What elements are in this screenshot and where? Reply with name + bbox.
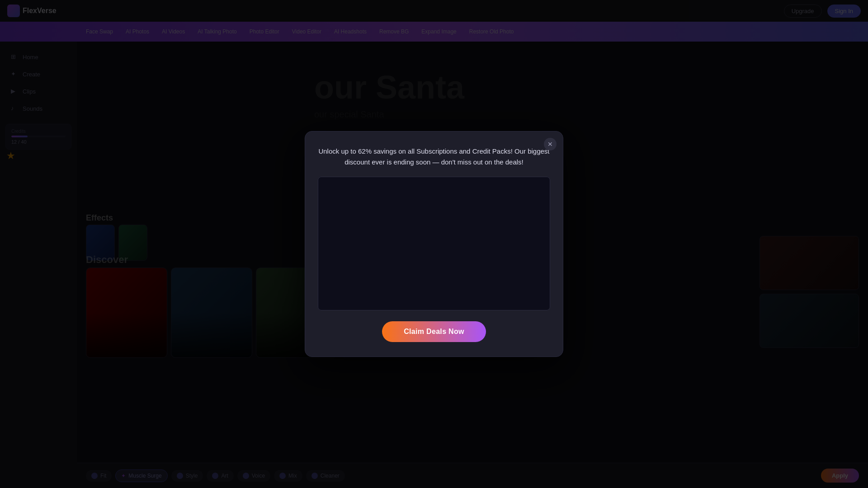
modal-image-box bbox=[318, 177, 550, 310]
modal-overlay: ✕ Unlock up to 62% savings on all Subscr… bbox=[0, 0, 868, 488]
claim-deals-button[interactable]: Claim Deals Now bbox=[382, 321, 486, 342]
modal-description: Unlock up to 62% savings on all Subscrip… bbox=[318, 146, 550, 168]
modal-image bbox=[318, 177, 550, 310]
modal-close-button[interactable]: ✕ bbox=[544, 138, 557, 150]
deals-modal: ✕ Unlock up to 62% savings on all Subscr… bbox=[305, 131, 563, 357]
close-icon: ✕ bbox=[547, 141, 553, 148]
